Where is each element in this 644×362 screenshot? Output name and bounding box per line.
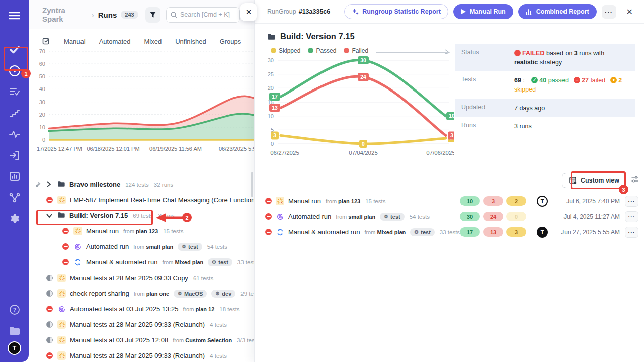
folder-icon[interactable] — [0, 320, 29, 341]
run-list-item[interactable]: LMP-587 Implement Real-Time Chat Messagi… — [29, 192, 254, 208]
runs-count-badge: 243 — [121, 11, 138, 19]
annotation-badge-1: 1 — [21, 69, 31, 78]
run-date: Jun 27, 2025 5:55 AM — [553, 229, 620, 236]
panel-close-button[interactable]: ✕ — [240, 3, 257, 21]
scrollbar-thumb[interactable] — [251, 172, 253, 197]
columns-settings-icon[interactable] — [631, 175, 639, 186]
detail-label: Tests — [461, 76, 514, 94]
svg-text:50: 50 — [39, 73, 45, 79]
run-list-item[interactable]: Manual tests at 28 Mar 2025 09:33 (Relau… — [29, 317, 254, 332]
select-runs-icon[interactable] — [42, 37, 50, 45]
status-unfinished-icon — [46, 290, 53, 297]
runs-list: Bravo milestone124 tests32 runsLMP-587 I… — [29, 172, 254, 362]
bar-chart-icon[interactable] — [0, 166, 29, 187]
pill-yellow: 2 — [506, 196, 526, 206]
run-list-item[interactable]: Automated runfrom small plan⚙test54 test… — [29, 239, 254, 254]
enter-icon[interactable] — [0, 145, 29, 166]
custom-view-button[interactable]: Custom view — [562, 173, 626, 188]
manual-run-button[interactable]: Manual Run — [453, 4, 513, 19]
tab-automated[interactable]: Automated — [99, 38, 131, 45]
statistic-report-button[interactable]: Rungroup Statistic Report — [344, 4, 448, 19]
run-date: Jul 6, 2025 7:40 PM — [553, 198, 620, 205]
run-more-button[interactable]: ··· — [625, 196, 638, 207]
more-actions-button[interactable]: ··· — [602, 5, 616, 19]
tag-pill: ⚙test — [178, 243, 202, 251]
run-list-item[interactable]: Manual tests at 28 Mar 2025 09:33 (Relau… — [29, 348, 254, 362]
run-more-button[interactable]: ··· — [625, 227, 638, 238]
detail-label: Status — [461, 49, 514, 67]
run-list-item[interactable]: Manual tests at 03 Jul 2025 12:08from Cu… — [29, 332, 254, 348]
menu-icon[interactable] — [0, 5, 29, 26]
svg-text:06/19/2025 11:56 AM: 06/19/2025 11:56 AM — [149, 146, 202, 152]
status-failed-icon — [62, 228, 69, 234]
run-list-item[interactable]: Bravo milestone124 tests32 runs — [29, 176, 254, 192]
run-more-button[interactable]: ··· — [625, 211, 638, 222]
pill-green: 17 — [460, 227, 480, 237]
rungroup-details: StatusFAILED based on 3 runs with realis… — [455, 44, 635, 135]
rungroup-title: Build: Version 7.15 — [280, 32, 355, 41]
chevron-down-icon[interactable] — [46, 211, 52, 220]
rungroup-run-row[interactable]: Automated runfrom small plan⚙test54 test… — [265, 209, 638, 224]
tab-manual[interactable]: Manual — [64, 38, 86, 45]
pill-yellow-faded: 0 — [506, 212, 526, 221]
svg-text:?: ? — [13, 307, 16, 313]
help-icon[interactable]: ? — [0, 299, 29, 320]
run-list-item[interactable]: Automated tests at 03 Jul 2025 13:25from… — [29, 301, 254, 317]
tag-pill: ⚙MacOS — [174, 290, 207, 298]
run-from: from Mixed plan — [364, 229, 406, 235]
legend-dot — [271, 48, 276, 53]
run-list-item[interactable]: Manual runfrom plan 12315 tests — [29, 223, 254, 239]
combined-report-button[interactable]: Combined Report — [518, 4, 597, 19]
result-pills: 17133 — [460, 227, 531, 237]
detail-value: 3 runs — [514, 122, 628, 131]
breadcrumb-section[interactable]: Runs — [98, 11, 117, 19]
close-detail-icon[interactable]: ✕ — [623, 5, 636, 19]
activity-icon[interactable] — [0, 124, 29, 145]
filter-button[interactable] — [145, 7, 160, 23]
result-pills: 30240 — [460, 212, 531, 221]
status-failed-icon — [265, 213, 272, 220]
tab-groups[interactable]: Groups — [220, 38, 242, 45]
manual-run-icon — [57, 351, 66, 360]
status-failed-icon — [46, 306, 53, 312]
report-chart-icon — [526, 9, 533, 15]
user-avatar[interactable]: T — [8, 341, 21, 355]
svg-text:17/2025 12:47 PM: 17/2025 12:47 PM — [37, 146, 82, 152]
rungroup-run-row[interactable]: Manual runfrom plan 12315 tests1032TJul … — [265, 193, 638, 209]
result-pills: 1032 — [460, 196, 531, 206]
rungroup-runs-list: Manual runfrom plan 12315 tests1032TJul … — [265, 193, 638, 240]
runs-panel: Zyntra Spark › Runs 243 ManualAutomatedM… — [29, 0, 254, 362]
run-title: check report sharing — [70, 290, 129, 297]
svg-text:07/04/2025: 07/04/2025 — [349, 150, 378, 156]
svg-text:30: 30 — [360, 57, 366, 63]
automated-run-icon — [57, 305, 66, 313]
run-title: Manual tests at 28 Mar 2025 09:33 (Relau… — [70, 321, 205, 328]
steps-icon[interactable] — [0, 103, 29, 124]
rungroup-run-row[interactable]: Manual & automated runfrom Mixed plan⚙te… — [265, 224, 638, 240]
chevron-right-icon[interactable] — [46, 180, 51, 189]
run-list-item[interactable]: Manual tests at 28 Mar 2025 09:33 Copy61… — [29, 270, 254, 286]
runs-panel-header: Zyntra Spark › Runs 243 — [29, 0, 254, 29]
search-input[interactable] — [180, 11, 235, 18]
run-list-item[interactable]: check report sharingfrom plan one⚙MacOS⚙… — [29, 286, 254, 301]
gear-icon[interactable] — [0, 208, 29, 229]
check-icon[interactable] — [0, 39, 29, 60]
svg-text:3: 3 — [450, 132, 453, 138]
run-title: Automated run — [288, 213, 331, 220]
breadcrumb-project[interactable]: Zyntra Spark — [42, 6, 88, 23]
branch-icon[interactable] — [0, 187, 29, 208]
detail-value: 69 : 40 passed27 failed2 skipped — [514, 76, 628, 94]
tab-mixed[interactable]: Mixed — [144, 38, 162, 45]
run-meta: 32 runs — [154, 182, 173, 188]
gear-icon: ⚙ — [178, 291, 182, 296]
run-meta: 15 tests — [365, 198, 385, 204]
svg-text:10: 10 — [268, 113, 274, 119]
run-list-item[interactable]: Manual & automated runfrom Mixed plan⚙te… — [29, 254, 254, 270]
run-list-item[interactable]: Build: Version 7.1569 tests3 runs — [29, 208, 254, 223]
tab-unfinished[interactable]: Unfinished — [175, 38, 206, 45]
list-check-icon[interactable] — [0, 81, 29, 103]
run-title: Build: Version 7.15 — [69, 212, 128, 219]
svg-text:0: 0 — [42, 137, 45, 143]
run-avatar: T — [537, 196, 548, 207]
mixed-run-icon — [276, 228, 284, 236]
